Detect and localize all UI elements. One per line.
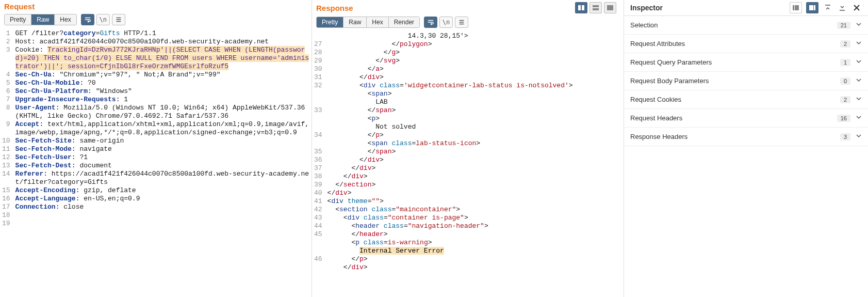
svg-rect-3 bbox=[593, 8, 599, 10]
wrap-lines-icon[interactable] bbox=[81, 14, 94, 25]
tab-render[interactable]: Render bbox=[389, 17, 419, 27]
tab-hex[interactable]: Hex bbox=[367, 17, 388, 27]
request-title: Request bbox=[4, 2, 35, 11]
count-badge: 1 bbox=[840, 59, 850, 66]
inspector-row-label: Selection bbox=[630, 21, 658, 29]
inspector-row[interactable]: Selection21 bbox=[624, 16, 868, 35]
inspector-row-label: Request Cookies bbox=[630, 96, 681, 103]
count-badge: 21 bbox=[837, 22, 850, 29]
inspector-row[interactable]: Request Cookies2 bbox=[624, 90, 868, 109]
wrap-lines-icon[interactable] bbox=[424, 17, 437, 28]
tab-pretty[interactable]: Pretty bbox=[317, 17, 343, 27]
tab-hex[interactable]: Hex bbox=[55, 14, 76, 25]
count-badge: 2 bbox=[840, 40, 850, 48]
count-badge: 16 bbox=[837, 115, 850, 122]
hamburger-menu-icon[interactable] bbox=[455, 17, 468, 28]
tab-raw[interactable]: Raw bbox=[343, 17, 367, 27]
chevron-down-icon bbox=[856, 77, 862, 85]
inspector-row[interactable]: Request Body Parameters0 bbox=[624, 72, 868, 90]
inspector-view-list-icon[interactable] bbox=[790, 2, 802, 13]
collapse-down-icon[interactable] bbox=[837, 3, 847, 13]
response-title: Response bbox=[316, 4, 353, 12]
response-editor[interactable]: 2728293031323334353637383940414243444546… bbox=[312, 31, 624, 297]
svg-rect-1 bbox=[582, 5, 584, 10]
inspector-title: Inspector bbox=[630, 4, 663, 12]
request-editor[interactable]: 12345678910111213141516171819 GET /filte… bbox=[0, 28, 312, 297]
inspector-row-label: Request Query Parameters bbox=[630, 58, 712, 66]
inspector-row-label: Request Body Parameters bbox=[630, 77, 709, 85]
chevron-down-icon bbox=[856, 21, 862, 29]
show-nonprintable-icon[interactable]: \n bbox=[439, 17, 453, 28]
layout-single-icon[interactable] bbox=[604, 2, 616, 13]
request-toolbar: Pretty Raw Hex \n bbox=[0, 11, 312, 28]
chevron-down-icon bbox=[856, 114, 862, 122]
chevron-down-icon bbox=[856, 133, 862, 140]
layout-switch bbox=[575, 2, 619, 13]
inspector-row[interactable]: Request Attributes2 bbox=[624, 35, 868, 53]
count-badge: 3 bbox=[840, 133, 850, 140]
svg-rect-5 bbox=[793, 5, 794, 10]
chevron-down-icon bbox=[856, 58, 862, 66]
request-view-tabs: Pretty Raw Hex bbox=[4, 14, 77, 25]
inspector-row[interactable]: Response Headers3 bbox=[624, 128, 868, 146]
hamburger-menu-icon[interactable] bbox=[112, 14, 125, 25]
response-toolbar: Pretty Raw Hex Render \n bbox=[312, 13, 624, 31]
chevron-down-icon bbox=[856, 96, 862, 103]
count-badge: 0 bbox=[840, 77, 850, 85]
response-view-tabs: Pretty Raw Hex Render bbox=[316, 17, 420, 28]
request-code[interactable]: GET /filter?category=Gifts HTTP/1.1Host:… bbox=[13, 28, 312, 297]
svg-rect-7 bbox=[809, 5, 813, 10]
show-nonprintable-icon[interactable]: \n bbox=[96, 14, 110, 25]
close-icon[interactable] bbox=[851, 3, 862, 13]
inspector-sections: Selection21Request Attributes2Request Qu… bbox=[624, 16, 868, 146]
inspector-row[interactable]: Request Query Parameters1 bbox=[624, 53, 868, 72]
request-panel: Request Pretty Raw Hex \n 12345678910111… bbox=[0, 0, 312, 297]
inspector-panel: Inspector Selection21Request Attributes2… bbox=[624, 0, 868, 297]
inspector-row[interactable]: Request Headers16 bbox=[624, 109, 868, 128]
response-code[interactable]: 14.3,30 28,15'> </polygon> </g> </svg> <… bbox=[325, 31, 624, 297]
svg-rect-6 bbox=[795, 5, 799, 10]
svg-rect-8 bbox=[814, 5, 815, 10]
expand-up-icon[interactable] bbox=[823, 3, 833, 13]
layout-columns-icon[interactable] bbox=[575, 2, 587, 13]
request-gutter: 12345678910111213141516171819 bbox=[0, 28, 13, 297]
svg-rect-0 bbox=[578, 5, 581, 10]
chevron-down-icon bbox=[856, 40, 862, 48]
tab-raw[interactable]: Raw bbox=[31, 14, 55, 25]
layout-rows-icon[interactable] bbox=[589, 2, 602, 13]
response-gutter: 2728293031323334353637383940414243444546 bbox=[312, 31, 325, 297]
svg-rect-4 bbox=[607, 5, 613, 10]
inspector-view-detail-icon[interactable] bbox=[806, 2, 818, 13]
inspector-row-label: Request Attributes bbox=[630, 40, 685, 48]
inspector-row-label: Request Headers bbox=[630, 114, 682, 122]
svg-rect-2 bbox=[593, 5, 599, 7]
response-panel: Response Pretty Raw Hex Render \n bbox=[312, 0, 624, 297]
count-badge: 2 bbox=[840, 96, 850, 103]
inspector-row-label: Response Headers bbox=[630, 133, 687, 140]
tab-pretty[interactable]: Pretty bbox=[5, 14, 31, 25]
